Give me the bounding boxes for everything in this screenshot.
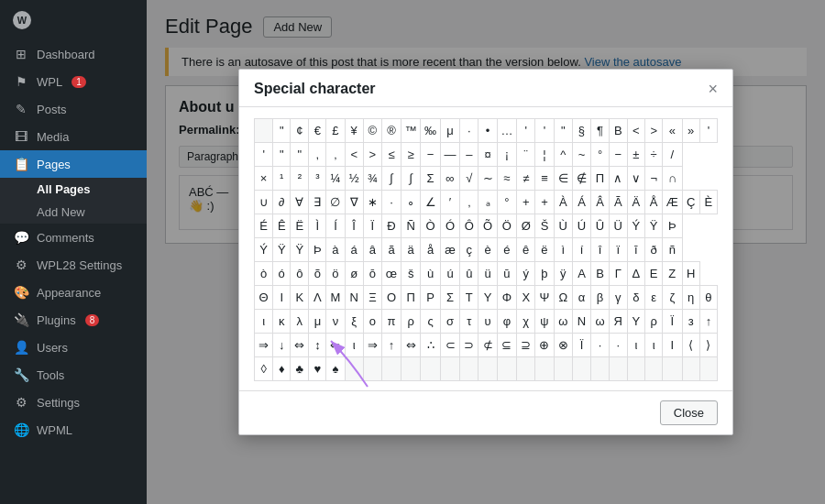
- char-cell[interactable]: …: [497, 119, 516, 143]
- char-cell[interactable]: ∫: [401, 167, 420, 191]
- char-cell[interactable]: Υ: [478, 286, 497, 310]
- char-cell[interactable]: /: [663, 143, 682, 167]
- char-cell[interactable]: Μ: [326, 286, 345, 310]
- char-cell[interactable]: ×: [255, 167, 273, 191]
- char-cell[interactable]: ∼: [478, 167, 497, 191]
- char-cell[interactable]: å: [421, 238, 440, 262]
- char-cell[interactable]: ø: [345, 262, 363, 286]
- char-cell[interactable]: ‰: [421, 119, 440, 143]
- char-cell[interactable]: ρ: [645, 310, 663, 334]
- char-cell[interactable]: ': [517, 119, 535, 143]
- sidebar-item-users[interactable]: 👤 Users: [0, 334, 147, 361]
- sidebar-item-appearance[interactable]: 🎨 Appearance: [0, 279, 147, 306]
- char-cell[interactable]: «: [663, 119, 682, 143]
- char-cell[interactable]: ": [291, 143, 309, 167]
- sidebar-item-media[interactable]: 🎞 Media: [0, 123, 147, 150]
- char-cell[interactable]: ∠: [421, 191, 440, 214]
- char-cell[interactable]: ¦: [535, 143, 554, 167]
- char-cell[interactable]: Þ: [663, 214, 682, 238]
- char-cell[interactable]: ο: [363, 310, 381, 334]
- char-cell[interactable]: ~: [572, 143, 590, 167]
- char-cell[interactable]: ≤: [382, 143, 402, 167]
- char-cell[interactable]: ξ: [345, 310, 363, 334]
- char-cell[interactable]: Å: [645, 191, 663, 214]
- char-cell[interactable]: ü: [478, 262, 497, 286]
- char-cell[interactable]: ♠: [326, 357, 345, 381]
- char-cell[interactable]: ò: [255, 262, 273, 286]
- char-cell[interactable]: Â: [591, 191, 610, 214]
- sidebar-sub-add-new[interactable]: Add New: [0, 201, 147, 224]
- char-cell[interactable]: λ: [291, 310, 309, 334]
- char-cell[interactable]: ½: [345, 167, 363, 191]
- char-cell[interactable]: +: [517, 191, 535, 214]
- char-cell[interactable]: ⊇: [517, 334, 535, 357]
- char-cell[interactable]: Ò: [421, 214, 440, 238]
- char-cell[interactable]: Ù: [554, 214, 572, 238]
- char-cell[interactable]: í: [572, 238, 590, 262]
- char-cell[interactable]: Ϊ: [663, 310, 682, 334]
- sidebar-item-dashboard[interactable]: ⊞ Dashboard: [0, 40, 147, 68]
- char-cell[interactable]: η: [682, 286, 699, 310]
- char-cell[interactable]: Ç: [682, 191, 699, 214]
- char-cell[interactable]: ♣: [291, 357, 309, 381]
- char-cell[interactable]: °: [497, 191, 516, 214]
- char-cell[interactable]: ¬: [645, 167, 663, 191]
- modal-close-x-button[interactable]: ×: [708, 81, 718, 97]
- char-cell[interactable]: ©: [363, 119, 381, 143]
- char-cell[interactable]: ī: [627, 238, 645, 262]
- char-cell[interactable]: Ü: [609, 214, 627, 238]
- char-cell[interactable]: φ: [497, 310, 516, 334]
- char-cell[interactable]: ì: [554, 238, 572, 262]
- char-cell[interactable]: ₐ: [478, 191, 497, 214]
- char-cell[interactable]: ³: [309, 167, 326, 191]
- char-cell[interactable]: Φ: [497, 286, 516, 310]
- char-cell[interactable]: ù: [421, 262, 440, 286]
- char-cell[interactable]: ∨: [627, 167, 645, 191]
- char-cell[interactable]: ∘: [401, 191, 420, 214]
- char-cell[interactable]: ': [699, 119, 717, 143]
- char-cell[interactable]: Π: [401, 286, 420, 310]
- char-cell[interactable]: β: [591, 286, 610, 310]
- char-cell[interactable]: ς: [421, 310, 440, 334]
- char-cell[interactable]: θ: [699, 286, 717, 310]
- char-cell[interactable]: ⇒: [363, 334, 381, 357]
- char-cell[interactable]: Ä: [627, 191, 645, 214]
- char-cell[interactable]: ⟩: [699, 334, 717, 357]
- char-cell[interactable]: ô: [291, 262, 309, 286]
- char-cell[interactable]: ◊: [255, 357, 273, 381]
- char-cell[interactable]: é: [497, 238, 516, 262]
- sidebar-item-wpml[interactable]: 🌐 WPML: [0, 416, 147, 444]
- char-cell[interactable]: à: [326, 238, 345, 262]
- char-cell[interactable]: ↕: [309, 334, 326, 357]
- char-cell[interactable]: ≥: [401, 143, 420, 167]
- char-cell[interactable]: Ÿ: [273, 238, 291, 262]
- char-cell[interactable]: ⇒: [255, 334, 273, 357]
- char-cell[interactable]: ï: [609, 238, 627, 262]
- char-cell[interactable]: ι: [645, 334, 663, 357]
- char-cell[interactable]: ↓: [273, 334, 291, 357]
- char-cell[interactable]: ⊄: [478, 334, 497, 357]
- char-cell[interactable]: Ο: [382, 286, 402, 310]
- char-cell[interactable]: Ν: [572, 310, 590, 334]
- char-cell[interactable]: Κ: [291, 286, 309, 310]
- char-cell[interactable]: —: [440, 143, 459, 167]
- char-cell[interactable]: î: [591, 238, 610, 262]
- char-cell[interactable]: Ρ: [421, 286, 440, 310]
- char-cell[interactable]: Β: [609, 119, 627, 143]
- char-cell[interactable]: Λ: [309, 286, 326, 310]
- char-cell[interactable]: á: [345, 238, 363, 262]
- char-cell[interactable]: τ: [460, 310, 478, 334]
- char-cell[interactable]: Ô: [460, 214, 478, 238]
- char-cell[interactable]: ∃: [309, 191, 326, 214]
- char-cell[interactable]: À: [554, 191, 572, 214]
- char-cell[interactable]: Ó: [440, 214, 459, 238]
- char-cell[interactable]: ': [535, 119, 554, 143]
- char-cell[interactable]: −: [609, 143, 627, 167]
- char-cell[interactable]: ²: [291, 167, 309, 191]
- char-cell[interactable]: ‚: [326, 143, 345, 167]
- char-cell[interactable]: Ø: [517, 214, 535, 238]
- char-cell[interactable]: ': [255, 143, 273, 167]
- char-cell[interactable]: Τ: [460, 286, 478, 310]
- char-cell[interactable]: ∀: [291, 191, 309, 214]
- char-cell[interactable]: »: [682, 119, 699, 143]
